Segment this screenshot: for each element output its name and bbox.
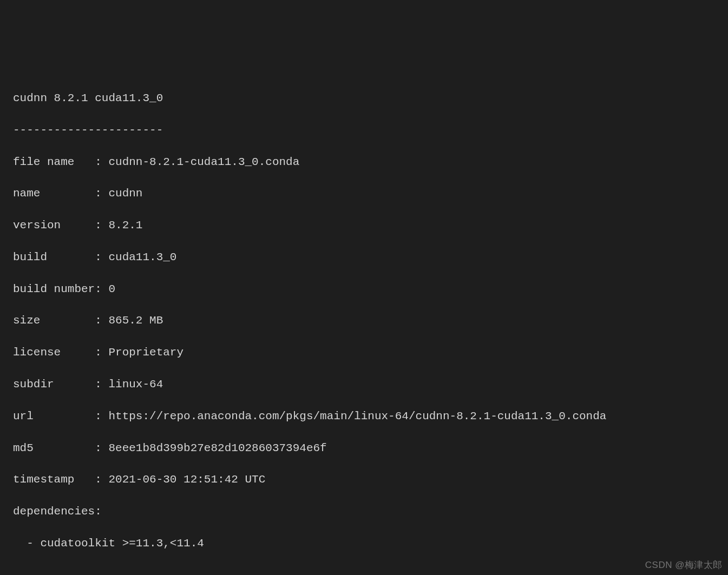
build-number-value: 0 xyxy=(108,281,115,297)
timestamp-label: timestamp : xyxy=(13,472,108,487)
version-label: version : xyxy=(13,217,108,233)
license-value: Proprietary xyxy=(108,345,183,360)
build-number-label: build number: xyxy=(13,281,108,297)
header-dashes-1: ---------------------- xyxy=(13,122,715,138)
name-label: name : xyxy=(13,186,108,201)
timestamp-value: 2021-06-30 12:51:42 UTC xyxy=(108,472,265,487)
name-value: cudnn xyxy=(108,186,142,201)
file-name-value: cudnn-8.2.1-cuda11.3_0.conda xyxy=(108,154,299,170)
md5-label: md5 : xyxy=(13,440,108,456)
url-label: url : xyxy=(13,408,108,424)
watermark: CSDN @梅津太郎 xyxy=(645,559,723,572)
build-label: build : xyxy=(13,249,108,265)
license-label: license : xyxy=(13,345,108,360)
dependencies-label: dependencies: xyxy=(13,504,715,519)
subdir-value: linux-64 xyxy=(108,376,163,392)
dependency-item: - cudatoolkit >=11.3,<11.4 xyxy=(13,536,715,551)
md5-value: 8eee1b8d399b27e82d10286037394e6f xyxy=(108,440,326,456)
size-label: size : xyxy=(13,313,108,328)
package-header-1: cudnn 8.2.1 cuda11.3_0 xyxy=(13,90,715,106)
url-value: https://repo.anaconda.com/pkgs/main/linu… xyxy=(108,408,606,424)
terminal-output[interactable]: cudnn 8.2.1 cuda11.3_0 -----------------… xyxy=(13,75,715,575)
build-value: cuda11.3_0 xyxy=(108,249,176,265)
subdir-label: subdir : xyxy=(13,376,108,392)
size-value: 865.2 MB xyxy=(108,313,163,328)
file-name-label: file name : xyxy=(13,154,108,170)
version-value: 8.2.1 xyxy=(108,217,142,233)
